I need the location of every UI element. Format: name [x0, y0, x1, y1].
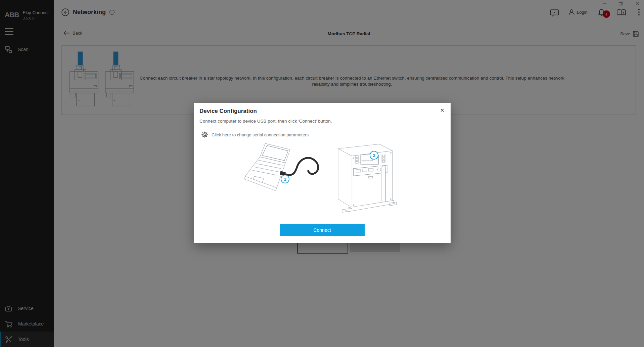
gear-icon: [201, 131, 208, 138]
app-window: ABB Ekip Connect 3.5.0.0 Scan Service: [0, 0, 644, 347]
dialog-subtitle: Connect computer to device USB port, the…: [199, 119, 332, 124]
laptop-usb-illustration: [244, 143, 325, 205]
serial-parameters-link[interactable]: Click here to change serial connection p…: [201, 131, 309, 138]
device-illustration: [328, 142, 397, 213]
step-2-badge: 2: [370, 151, 378, 160]
step-1-badge: 1: [281, 175, 289, 183]
serial-parameters-label: Click here to change serial connection p…: [212, 132, 309, 137]
dialog-title: Device Configuration: [199, 108, 257, 115]
close-icon[interactable]: ✕: [440, 107, 445, 114]
connect-button[interactable]: Connect: [280, 224, 365, 236]
device-configuration-dialog: Device Configuration ✕ Connect computer …: [194, 103, 451, 243]
